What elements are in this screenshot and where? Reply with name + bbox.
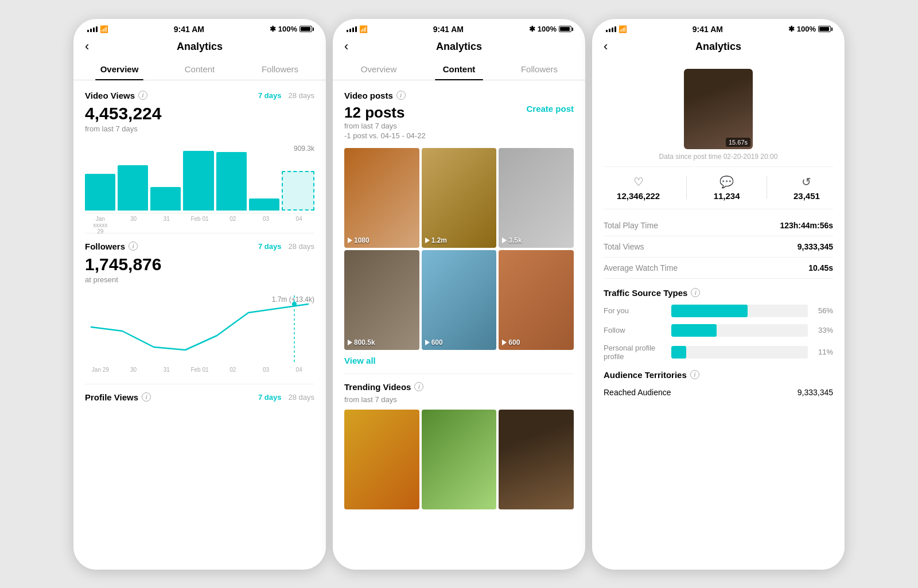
metric-likes: ♡ 12,346,222 xyxy=(617,175,660,201)
play-icon-1 xyxy=(348,237,352,243)
battery-icon-1 xyxy=(299,26,312,32)
trending-label: Trending Videos i xyxy=(344,382,423,392)
traffic-pct-2: 33% xyxy=(812,326,833,334)
video-posts-count-row: 12 posts from last 7 days -1 post vs. 04… xyxy=(344,104,574,146)
line-chart-xlabels: Jan 29 30 31 Feb 01 02 03 04 xyxy=(85,367,314,373)
video-views-1: 1080 xyxy=(348,236,369,244)
line-xlabel-4: Feb 01 xyxy=(184,367,215,373)
play-icon-6 xyxy=(502,340,507,345)
bar-chart-1 xyxy=(85,145,314,213)
chart-top-label-1: 909.3k xyxy=(294,145,314,153)
tab-followers-1[interactable]: Followers xyxy=(240,59,320,80)
bar-1 xyxy=(85,174,115,210)
line-xlabel-5: 02 xyxy=(217,367,248,373)
back-button-3[interactable]: ‹ xyxy=(604,39,608,54)
tab-followers-2[interactable]: Followers xyxy=(499,59,579,80)
followers-header: Followers i 7 days 28 days xyxy=(85,242,314,251)
trending-thumb-2[interactable] xyxy=(422,410,497,509)
tab-overview-2[interactable]: Overview xyxy=(339,59,419,80)
traffic-for-you: For you 56% xyxy=(604,305,833,317)
create-post-button[interactable]: Create post xyxy=(526,104,574,114)
period-7days-1[interactable]: 7 days xyxy=(258,91,281,100)
video-posts-section-header: Video posts i xyxy=(344,91,574,100)
traffic-profile: Personal profile profile 11% xyxy=(604,344,833,361)
audience-title: Audience Territories i xyxy=(604,370,833,380)
battery-icon-2 xyxy=(559,26,571,32)
post-preview-image[interactable]: 15.67s xyxy=(684,69,753,149)
profile-views-header: Profile Views i 7 days 28 days xyxy=(85,392,314,402)
video-views-header: Video Views i 7 days 28 days xyxy=(85,91,314,100)
line-xlabel-1: Jan 29 xyxy=(85,367,116,373)
video-thumb-6[interactable]: 600 xyxy=(499,250,574,350)
video-thumb-5[interactable]: 600 xyxy=(422,250,497,350)
stat-value-1: 123h:44m:56s xyxy=(780,221,833,230)
profile-views-info-icon[interactable]: i xyxy=(142,392,151,402)
stat-label-1: Total Play Time xyxy=(604,221,658,230)
video-views-info-icon[interactable]: i xyxy=(138,91,147,100)
traffic-bar-outer-3 xyxy=(671,346,808,359)
trending-videos-section: Trending Videos i from last 7 days xyxy=(344,382,574,509)
post-duration: 15.67s xyxy=(726,138,750,147)
status-left-3: 📶 xyxy=(606,25,627,33)
stat-label-2: Total Views xyxy=(604,242,644,251)
bar-5 xyxy=(216,152,247,210)
overview-content: Video Views i 7 days 28 days 4,453,224 f… xyxy=(73,80,326,570)
trending-info-icon[interactable]: i xyxy=(414,382,423,391)
video-thumb-4[interactable]: 800.5k xyxy=(344,250,419,350)
bluetooth-icon: ✱ xyxy=(270,25,276,33)
profile-views-periods: 7 days 28 days xyxy=(258,393,314,402)
trending-thumb-1[interactable] xyxy=(344,410,419,509)
status-time-3: 9:41 AM xyxy=(693,25,723,34)
traffic-pct-3: 11% xyxy=(812,348,833,356)
detail-content: 15.67s Data since post time 02-20-2019 2… xyxy=(592,59,845,570)
traffic-label-1: For you xyxy=(604,306,667,315)
wifi-icon-3: 📶 xyxy=(619,25,627,33)
tab-overview-1[interactable]: Overview xyxy=(79,59,160,80)
bar-7 xyxy=(282,171,314,211)
metric-comments: 💬 11,234 xyxy=(714,175,740,201)
profile-period-7[interactable]: 7 days xyxy=(258,393,281,402)
play-icon-3 xyxy=(502,237,507,243)
video-thumb-2[interactable]: 1.2m xyxy=(422,148,497,248)
video-thumb-1[interactable]: 1080 xyxy=(344,148,419,248)
view-all-button[interactable]: View all xyxy=(344,356,574,365)
followers-period-28[interactable]: 28 days xyxy=(288,242,314,251)
followers-info-icon[interactable]: i xyxy=(129,242,138,251)
stat-total-views: Total Views 9,333,345 xyxy=(604,236,833,258)
tab-content-2[interactable]: Content xyxy=(419,59,499,80)
tabs-bar-2: Overview Content Followers xyxy=(333,59,585,80)
line-xlabel-2: 30 xyxy=(118,367,149,373)
reached-audience-value: 9,333,345 xyxy=(798,388,833,397)
line-xlabel-6: 03 xyxy=(251,367,282,373)
traffic-sources-section: Traffic Source Types i For you 56% Follo… xyxy=(604,288,833,361)
profile-period-28[interactable]: 28 days xyxy=(288,393,314,402)
traffic-info-icon[interactable]: i xyxy=(691,288,700,297)
likes-value: 12,346,222 xyxy=(617,191,660,201)
content-panel: Video posts i 12 posts from last 7 days … xyxy=(333,80,585,570)
audience-territories-section: Audience Territories i Reached Audience … xyxy=(604,370,833,402)
heart-icon: ♡ xyxy=(633,175,644,189)
metrics-row: ♡ 12,346,222 💬 11,234 ↺ 23,451 xyxy=(604,166,833,209)
stat-value-3: 10.45s xyxy=(808,263,833,272)
bar-2 xyxy=(118,165,148,210)
phone-detail: 📶 9:41 AM ✱ 100% ‹ Analytics 15.67s Data… xyxy=(592,19,845,570)
back-button-1[interactable]: ‹ xyxy=(85,39,89,54)
metric-sep-2 xyxy=(767,176,767,199)
status-time-2: 9:41 AM xyxy=(433,25,464,34)
xlabel-1: Janxxxxx29 xyxy=(85,216,116,235)
traffic-bar-fill-2 xyxy=(671,324,717,337)
status-left-1: 📶 xyxy=(87,25,108,33)
followers-period-7[interactable]: 7 days xyxy=(258,242,281,251)
divider-content-1 xyxy=(344,373,574,374)
tab-content-1[interactable]: Content xyxy=(160,59,240,80)
trending-thumb-3[interactable] xyxy=(499,410,574,509)
video-thumb-3[interactable]: 3.5k xyxy=(499,148,574,248)
share-icon: ↺ xyxy=(802,175,811,189)
period-28days-1[interactable]: 28 days xyxy=(288,91,314,100)
back-button-2[interactable]: ‹ xyxy=(344,39,348,54)
audience-info-icon[interactable]: i xyxy=(690,370,699,379)
xlabel-4: Feb 01 xyxy=(184,216,215,235)
video-views-value: 4,453,224 xyxy=(85,104,314,123)
xlabel-2: 30 xyxy=(118,216,149,235)
video-posts-info-icon[interactable]: i xyxy=(396,91,406,100)
